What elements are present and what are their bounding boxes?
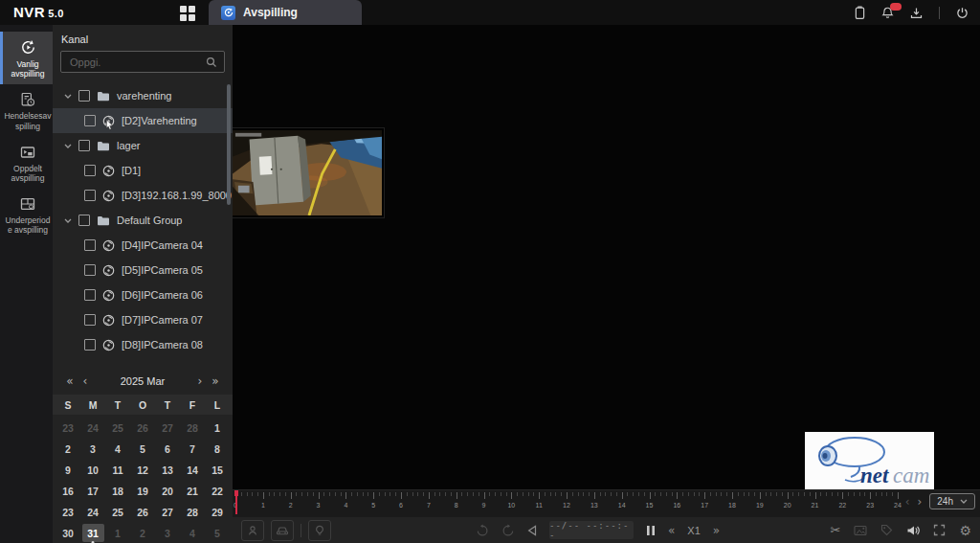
calendar-date-1[interactable]: 1 — [107, 524, 129, 542]
calendar-date-3[interactable]: 3 — [157, 524, 179, 542]
timeline-ruler[interactable]: 0123456789101112131415161718192021222324 — [235, 491, 900, 516]
tag-button[interactable] — [880, 524, 893, 536]
calendar-date-19[interactable]: 19 — [132, 482, 154, 500]
calendar-date-2[interactable]: 2 — [57, 440, 79, 458]
calendar-date-2[interactable]: 2 — [132, 524, 154, 542]
calendar-date-3[interactable]: 3 — [82, 440, 104, 458]
next-year-button[interactable]: » — [208, 374, 223, 388]
calendar-date-27[interactable]: 27 — [157, 503, 179, 521]
tree-item-d8-ipcamera-08[interactable]: [D8]IPCamera 08 — [53, 332, 233, 357]
calendar-date-24[interactable]: 24 — [82, 503, 104, 521]
timeline-playhead[interactable] — [234, 490, 238, 496]
checkbox[interactable] — [78, 215, 90, 226]
sidebar-item-vanlig-avspilling[interactable]: Vanlig avspilling — [0, 32, 53, 84]
checkbox[interactable] — [78, 140, 90, 151]
calendar-date-27[interactable]: 27 — [157, 419, 179, 437]
checkbox[interactable] — [84, 339, 96, 351]
person-filter-button[interactable] — [241, 520, 264, 541]
calendar-date-9[interactable]: 9 — [57, 461, 79, 479]
checkbox[interactable] — [78, 90, 90, 102]
timeline-prev-button[interactable]: ‹ — [905, 496, 910, 508]
chevron-down-icon[interactable] — [64, 218, 72, 223]
calendar-date-18[interactable]: 18 — [107, 482, 129, 500]
tree-scrollbar[interactable] — [227, 84, 231, 205]
speed-value[interactable]: X1 — [687, 525, 700, 536]
tree-item-d7-ipcamera-07[interactable]: [D7]IPCamera 07 — [53, 307, 233, 332]
volume-button[interactable] — [906, 525, 920, 536]
calendar-date-23[interactable]: 23 — [57, 419, 79, 437]
timeline-range-select[interactable]: 24h — [929, 493, 975, 509]
tree-group-default-group[interactable]: Default Group — [53, 208, 233, 233]
calendar-date-10[interactable]: 10 — [82, 461, 104, 479]
calendar-date-29[interactable]: 29 — [207, 503, 229, 521]
calendar-date-31[interactable]: 31 — [82, 524, 104, 542]
calendar-date-28[interactable]: 28 — [182, 419, 204, 437]
tree-item-d4-ipcamera-04[interactable]: [D4]IPCamera 04 — [53, 233, 233, 258]
calendar-date-14[interactable]: 14 — [182, 461, 204, 479]
calendar-date-23[interactable]: 23 — [57, 503, 79, 521]
calendar-date-15[interactable]: 15 — [207, 461, 229, 479]
apps-grid-button[interactable] — [180, 6, 195, 21]
tree-item-d2-varehenting[interactable]: [D2]Varehenting — [53, 108, 233, 133]
calendar-date-13[interactable]: 13 — [157, 461, 179, 479]
vehicle-filter-button[interactable] — [271, 520, 294, 541]
settings-gear-button[interactable]: ⚙ — [959, 523, 971, 538]
calendar-date-7[interactable]: 7 — [182, 440, 204, 458]
tree-group-lager[interactable]: lager — [53, 133, 233, 158]
calendar-date-25[interactable]: 25 — [107, 419, 129, 437]
calendar-date-17[interactable]: 17 — [82, 482, 104, 500]
event-filter-button[interactable] — [308, 520, 331, 541]
calendar-date-11[interactable]: 11 — [107, 461, 129, 479]
checkbox[interactable] — [84, 314, 96, 326]
checkbox[interactable] — [84, 264, 96, 276]
checkbox[interactable] — [84, 190, 96, 201]
tree-item-d5-ipcamera-05[interactable]: [D5]IPCamera 05 — [53, 258, 233, 283]
search-icon[interactable] — [206, 57, 217, 68]
timeline-next-button[interactable]: › — [918, 496, 923, 508]
calendar-date-24[interactable]: 24 — [82, 419, 104, 437]
download-icon[interactable] — [910, 7, 923, 19]
checkbox[interactable] — [84, 289, 96, 301]
calendar-date-25[interactable]: 25 — [107, 503, 129, 521]
calendar-date-4[interactable]: 4 — [107, 440, 129, 458]
step-back-30-icon[interactable] — [476, 524, 489, 537]
calendar-date-1[interactable]: 1 — [207, 419, 229, 437]
calendar-date-8[interactable]: 8 — [207, 440, 229, 458]
calendar-date-5[interactable]: 5 — [132, 440, 154, 458]
tree-item-d1[interactable]: [D1] — [53, 158, 233, 183]
reverse-play-button[interactable] — [527, 525, 537, 536]
sidebar-item-hendelsesavspilling[interactable]: Hendelsesavspilling — [0, 84, 53, 136]
alarm-bell-icon[interactable] — [881, 7, 894, 19]
tree-item-d6-ipcamera-06[interactable]: [D6]IPCamera 06 — [53, 283, 233, 307]
step-forward-30-icon[interactable] — [501, 524, 515, 537]
channel-search-input[interactable] — [68, 56, 200, 69]
chevron-down-icon[interactable] — [64, 144, 72, 148]
sidebar-item-underperiode-avspilling[interactable]: Underperiode avspilling — [0, 189, 53, 240]
next-month-button[interactable]: › — [192, 374, 208, 388]
calendar-date-4[interactable]: 4 — [182, 524, 204, 542]
speed-up-button[interactable]: » — [713, 525, 720, 536]
calendar-date-22[interactable]: 22 — [207, 482, 229, 500]
calendar-date-6[interactable]: 6 — [157, 440, 179, 458]
calendar-date-28[interactable]: 28 — [182, 503, 204, 521]
tree-item-d3-192-168-1-99-8000[interactable]: [D3]192.168.1.99_8000 — [53, 183, 233, 208]
device-status-icon[interactable] — [855, 6, 865, 20]
calendar-date-30[interactable]: 30 — [57, 524, 79, 542]
pause-button[interactable] — [646, 525, 656, 536]
fullscreen-button[interactable] — [933, 524, 946, 536]
sidebar-item-oppdelt-avspilling[interactable]: Oppdelt avspilling — [0, 137, 53, 189]
checkbox[interactable] — [84, 115, 96, 126]
calendar-date-20[interactable]: 20 — [157, 482, 179, 500]
prev-year-button[interactable]: « — [62, 374, 78, 388]
tab-avspilling[interactable]: Avspilling — [209, 0, 362, 25]
calendar-date-26[interactable]: 26 — [132, 503, 154, 521]
tree-group-varehenting[interactable]: varehenting — [53, 83, 233, 108]
clip-scissors-button[interactable]: ✂ — [831, 523, 841, 537]
checkbox[interactable] — [84, 239, 96, 251]
prev-month-button[interactable]: ‹ — [78, 374, 93, 388]
calendar-date-21[interactable]: 21 — [182, 482, 204, 500]
calendar-date-26[interactable]: 26 — [132, 419, 154, 437]
power-icon[interactable] — [956, 7, 969, 19]
checkbox[interactable] — [84, 165, 96, 176]
snapshot-button[interactable] — [854, 525, 867, 536]
